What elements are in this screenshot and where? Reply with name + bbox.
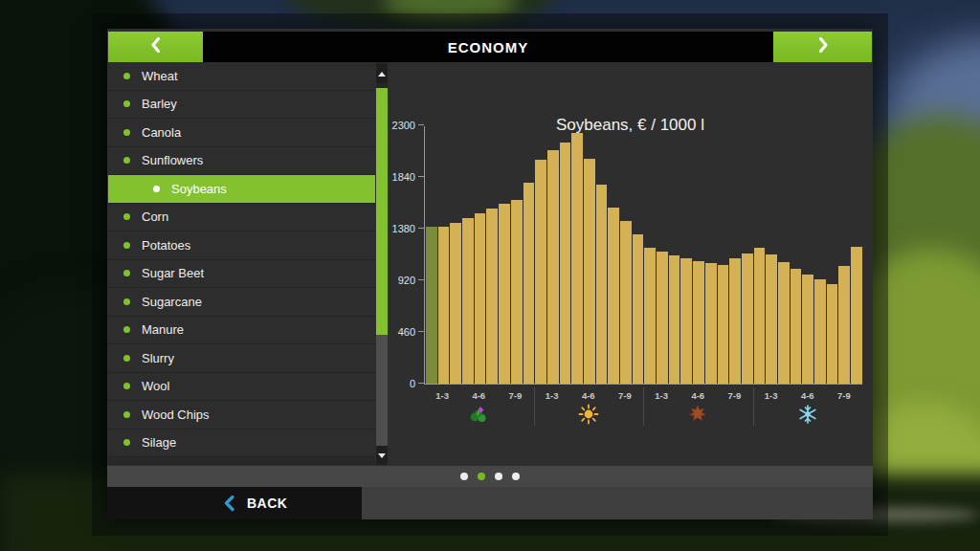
sidebar-item-wood-chips[interactable]: Wood Chips [108, 401, 375, 430]
x-axis-day-label: 7-9 [728, 390, 742, 401]
sidebar-item-manure[interactable]: Manure [108, 317, 375, 345]
sidebar-item-label: Manure [142, 322, 184, 337]
page-title: ECONOMY [203, 32, 773, 62]
price-bar [486, 209, 498, 384]
price-bar [438, 227, 450, 384]
commodity-list: WheatBarleyCanolaSunflowersSoybeansCornP… [108, 62, 375, 465]
back-button-label: BACK [247, 496, 287, 511]
y-axis-tick [418, 176, 424, 177]
bullet-icon [123, 298, 130, 305]
bullet-icon [123, 73, 130, 79]
bullet-icon [123, 355, 130, 362]
price-bar [851, 247, 862, 384]
price-bar [827, 284, 838, 384]
chevron-left-icon [222, 495, 237, 512]
sidebar-item-sugarcane[interactable]: Sugarcane [108, 288, 375, 317]
price-bar [450, 223, 461, 384]
page-dot-2-active[interactable] [478, 473, 485, 480]
page-dot-4[interactable] [512, 473, 520, 480]
next-page-button[interactable] [773, 32, 872, 62]
sidebar-item-label: Sunflowers [142, 153, 203, 167]
bullet-icon [123, 129, 130, 136]
x-axis-day-label: 1-3 [655, 390, 668, 401]
page-indicator [107, 466, 873, 487]
bullet-icon [123, 242, 130, 249]
x-axis-day-label: 1-3 [435, 390, 449, 401]
bullet-icon [123, 270, 130, 276]
sidebar-item-label: Silage [142, 435, 176, 450]
sidebar-item-label: Wool [142, 379, 169, 393]
price-bar [729, 258, 741, 384]
spring-season-icon [468, 404, 489, 425]
sidebar-item-sunflowers[interactable]: Sunflowers [108, 147, 375, 176]
x-axis-day-label: 7-9 [837, 390, 851, 401]
x-axis-day-label: 1-3 [546, 390, 559, 401]
price-bar [644, 248, 656, 384]
bullet-icon [123, 326, 130, 333]
y-axis-tick [418, 228, 424, 229]
x-axis-day-label: 7-9 [509, 390, 523, 401]
price-bar [475, 213, 486, 384]
price-bar [718, 265, 729, 384]
scroll-down-button[interactable] [376, 446, 388, 465]
triangle-down-icon [378, 453, 386, 458]
sidebar-item-label: Wheat [142, 69, 178, 83]
price-bar [426, 227, 437, 384]
page-dot-3[interactable] [495, 473, 502, 480]
price-bar [814, 279, 826, 384]
x-axis-day-label: 4-6 [582, 390, 595, 401]
x-axis-day-label: 1-3 [765, 390, 778, 401]
sidebar-item-label: Sugarcane [142, 295, 202, 309]
price-bar [766, 254, 777, 384]
sidebar-item-potatoes[interactable]: Potatoes [108, 231, 375, 260]
page-dot-1[interactable] [460, 473, 468, 480]
dialog-header: ECONOMY [107, 32, 873, 62]
sidebar-item-wheat[interactable]: Wheat [108, 62, 375, 91]
previous-page-button[interactable] [108, 32, 203, 62]
price-bar [462, 218, 474, 384]
bullet-icon [123, 100, 130, 107]
bullet-icon [153, 186, 160, 192]
footer-filler [362, 487, 873, 519]
sidebar-item-label: Canola [142, 125, 181, 140]
sidebar-item-barley[interactable]: Barley [108, 91, 375, 120]
sidebar-item-wool[interactable]: Wool [108, 373, 375, 402]
season-separator [753, 387, 754, 426]
sidebar-item-silage[interactable]: Silage [108, 430, 375, 458]
chart-plot-area: 0460920138018402300 [424, 126, 862, 385]
price-bar [596, 185, 608, 384]
price-bar [669, 255, 680, 384]
sidebar-item-sugar-beet[interactable]: Sugar Beet [108, 260, 375, 289]
sidebar-item-canola[interactable]: Canola [108, 119, 375, 147]
y-axis-tick-label: 2300 [373, 120, 415, 131]
price-bar [838, 266, 850, 384]
price-bar [499, 204, 510, 384]
sidebar-item-label: Barley [142, 97, 177, 111]
price-bar [742, 253, 753, 384]
price-bar [754, 248, 766, 384]
season-separator [534, 387, 535, 426]
sidebar-item-corn[interactable]: Corn [108, 204, 375, 232]
bullet-icon [123, 157, 130, 164]
y-axis-tick [418, 383, 424, 384]
price-bar [778, 262, 790, 384]
x-axis-day-label: 7-9 [618, 390, 632, 401]
y-axis-tick [418, 124, 424, 125]
scrollbar-track[interactable] [376, 335, 388, 446]
summer-season-icon [578, 404, 599, 425]
price-bar [791, 269, 802, 384]
price-bar [802, 275, 813, 385]
y-axis-tick [418, 331, 424, 332]
price-bar [633, 234, 644, 384]
bar-series [426, 125, 862, 384]
y-axis-tick [418, 279, 424, 280]
x-axis-day-label: 4-6 [801, 390, 814, 401]
back-button[interactable]: BACK [107, 487, 362, 519]
bullet-icon [123, 439, 130, 446]
scroll-up-button[interactable] [376, 64, 388, 83]
y-axis-tick-label: 1380 [373, 223, 415, 234]
bullet-icon [123, 383, 130, 389]
sidebar-item-soybeans[interactable]: Soybeans [108, 175, 375, 204]
chevron-left-icon [145, 34, 167, 59]
sidebar-item-slurry[interactable]: Slurry [108, 344, 375, 373]
